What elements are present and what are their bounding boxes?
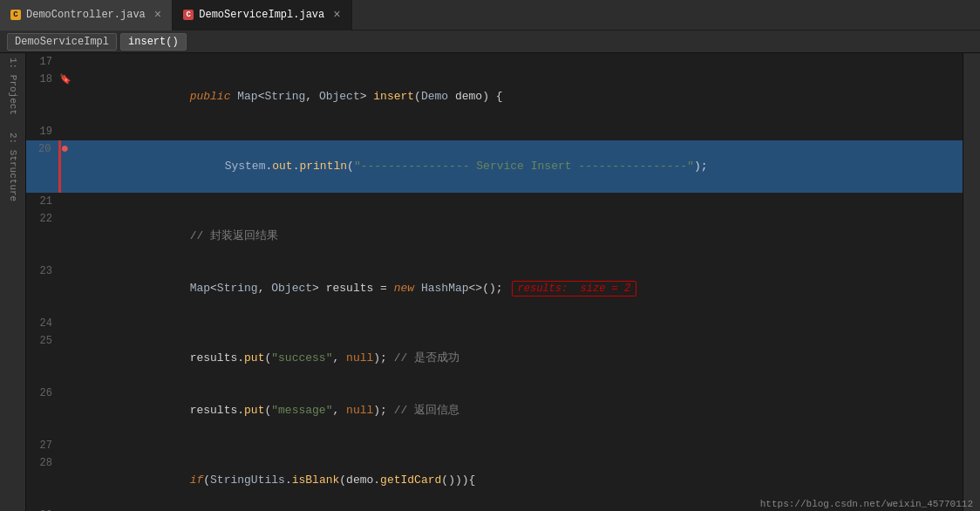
code-content: results.put("success", null); // 是否成功: [73, 332, 963, 385]
line-num: 28: [26, 454, 59, 507]
code-content: System.out.println("---------------- Ser…: [73, 140, 963, 193]
gutter: [59, 454, 73, 507]
hint-results-size: results: size = 2: [512, 281, 637, 296]
line-row: 21: [26, 193, 963, 210]
line-num: 18: [26, 71, 59, 123]
code-content: results.put("message", null); // 返回信息: [73, 385, 963, 437]
line-num: 19: [26, 123, 59, 140]
line-num: 20: [26, 140, 59, 193]
tab-close-controller[interactable]: ×: [154, 8, 161, 22]
tab-icon-controller: C: [10, 10, 21, 20]
line-num: 26: [26, 385, 59, 437]
line-row: 26 results.put("message", null); // 返回信息: [26, 385, 963, 437]
line-row: 27: [26, 437, 963, 454]
gutter: [59, 332, 73, 385]
code-content: [73, 193, 963, 210]
tab-label-controller: DemoController.java: [26, 9, 146, 21]
line-num: 17: [26, 53, 59, 71]
tab-demo-controller[interactable]: C DemoController.java ×: [0, 0, 173, 31]
code-content: public Map<String, Object> insert(Demo d…: [73, 71, 963, 123]
code-lines: 17 18 🔖 public Map<String, Object> inser…: [26, 53, 963, 511]
status-url: https://blog.csdn.net/weixin_45770112: [760, 499, 973, 509]
code-content: [73, 123, 963, 140]
code-content: Map<String, Object> results = new HashMa…: [73, 262, 963, 315]
line-row: 17: [26, 53, 963, 71]
main-container: 1: Project 2: Structure 17 18 🔖: [0, 53, 980, 511]
gutter: [59, 123, 73, 140]
gutter: [59, 437, 73, 454]
status-bar: https://blog.csdn.net/weixin_45770112: [753, 497, 980, 511]
line-row-highlighted: 20 ● System.out.println("---------------…: [26, 140, 963, 193]
gutter: [59, 507, 73, 511]
line-row: 18 🔖 public Map<String, Object> insert(D…: [26, 71, 963, 123]
tab-icon-service: C: [183, 10, 194, 20]
bookmark-icon: 🔖: [59, 74, 71, 85]
line-row: 24: [26, 315, 963, 332]
left-sidebar: 1: Project 2: Structure: [0, 53, 26, 511]
sidebar-structure[interactable]: 2: Structure: [8, 133, 18, 201]
gutter: [59, 315, 73, 332]
gutter: ●: [59, 140, 73, 193]
code-content: // 封装返回结果: [73, 210, 963, 262]
line-row: 19: [26, 123, 963, 140]
tab-bar: C DemoController.java × C DemoServiceImp…: [0, 0, 980, 31]
code-content: [73, 53, 963, 71]
line-num: 27: [26, 437, 59, 454]
gutter: [59, 193, 73, 210]
sidebar-project[interactable]: 1: Project: [8, 58, 18, 115]
gutter: [59, 210, 73, 262]
error-icon: ●: [61, 141, 70, 157]
line-row: 25 results.put("success", null); // 是否成功: [26, 332, 963, 385]
tab-close-service[interactable]: ×: [333, 8, 340, 22]
line-num: 21: [26, 193, 59, 210]
code-content: [73, 315, 963, 332]
code-editor[interactable]: 17 18 🔖 public Map<String, Object> inser…: [26, 53, 963, 511]
line-num: 25: [26, 332, 59, 385]
line-num: 29: [26, 507, 59, 511]
line-row: 23 Map<String, Object> results = new Has…: [26, 262, 963, 315]
gutter: [59, 262, 73, 315]
line-num: 22: [26, 210, 59, 262]
line-row: 22 // 封装返回结果: [26, 210, 963, 262]
tab-label-service: DemoServiceImpl.java: [199, 9, 324, 21]
breadcrumb: DemoServiceImpl insert(): [0, 31, 980, 53]
line-num: 24: [26, 315, 59, 332]
gutter: [59, 385, 73, 437]
line-num: 23: [26, 262, 59, 315]
gutter: [59, 53, 73, 71]
tab-demo-service-impl[interactable]: C DemoServiceImpl.java ×: [173, 0, 351, 31]
breadcrumb-method[interactable]: insert(): [120, 33, 187, 51]
gutter: 🔖: [59, 71, 73, 123]
code-content: [73, 437, 963, 454]
breadcrumb-class[interactable]: DemoServiceImpl: [7, 33, 117, 51]
right-sidebar: [963, 53, 980, 511]
